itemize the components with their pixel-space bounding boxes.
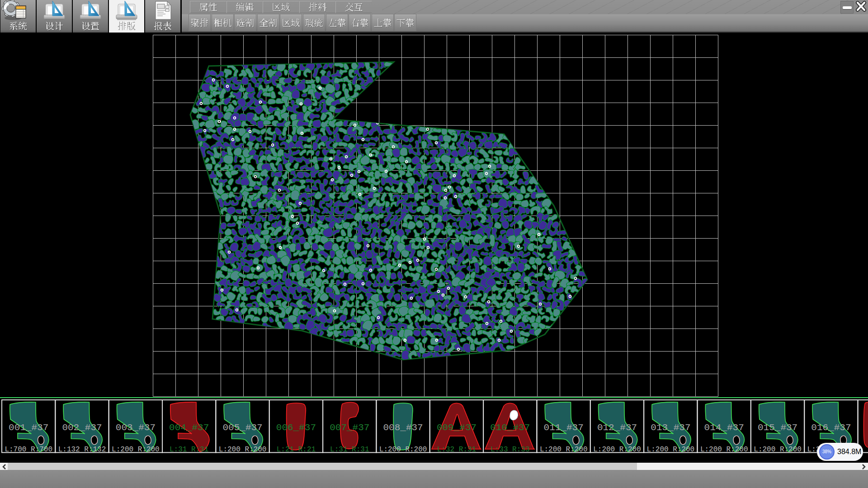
- svg-text:016_#37: 016_#37: [811, 422, 851, 433]
- svg-text:L:33 R:33: L:33 R:33: [491, 446, 529, 454]
- svg-text:013_#37: 013_#37: [651, 422, 690, 433]
- svg-text:012_#37: 012_#37: [597, 422, 637, 433]
- svg-text:011_#37: 011_#37: [544, 422, 584, 433]
- svg-text:L:32 R:31: L:32 R:31: [437, 446, 476, 454]
- svg-text:004_#37: 004_#37: [169, 422, 209, 433]
- svg-text:L:200 R:200: L:200 R:200: [700, 446, 748, 454]
- svg-text:009_#37: 009_#37: [437, 422, 476, 433]
- svg-text:L:200 R:200: L:200 R:200: [540, 446, 588, 454]
- svg-text:015_#37: 015_#37: [758, 422, 797, 433]
- svg-text:L:200 R:200: L:200 R:200: [593, 446, 641, 454]
- svg-text:010_#37: 010_#37: [490, 422, 530, 433]
- svg-text:L:31 R:31: L:31 R:31: [330, 446, 369, 454]
- svg-text:L:200 R:200: L:200 R:200: [647, 446, 695, 454]
- svg-text:L:21 R:21: L:21 R:21: [277, 446, 316, 454]
- svg-text:L:200 R:200: L:200 R:200: [112, 446, 160, 454]
- svg-text:005_#37: 005_#37: [222, 422, 262, 433]
- svg-text:L:200 R:200: L:200 R:200: [219, 446, 267, 454]
- svg-text:L:700 R:700: L:700 R:700: [5, 446, 52, 454]
- svg-text:L:132 R:132: L:132 R:132: [58, 446, 106, 454]
- svg-text:L:200 R:200: L:200 R:200: [754, 446, 802, 454]
- svg-text:L:200 R:200: L:200 R:200: [379, 446, 427, 454]
- svg-text:014_#37: 014_#37: [704, 422, 744, 433]
- svg-text:L:31 R:31: L:31 R:31: [170, 446, 208, 454]
- svg-text:001_#37: 001_#37: [9, 422, 48, 433]
- svg-text:003_#37: 003_#37: [116, 422, 156, 433]
- svg-text:002_#37: 002_#37: [62, 422, 102, 433]
- svg-text:008_#37: 008_#37: [383, 422, 423, 433]
- svg-text:007_#37: 007_#37: [330, 422, 369, 433]
- svg-text:006_#37: 006_#37: [276, 422, 316, 433]
